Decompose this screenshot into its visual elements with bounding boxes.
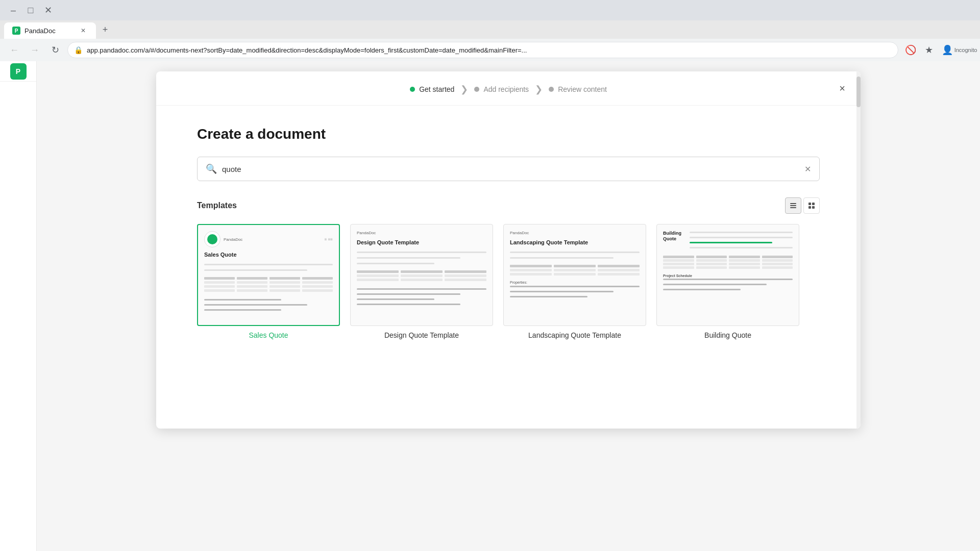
- step-dot-get-started: [410, 87, 415, 92]
- step-dot-review-content: [549, 87, 554, 92]
- template-thumbnail-building-quote: Building Quote: [656, 224, 799, 326]
- sidebar: P: [0, 61, 37, 551]
- template-name-sales-quote: Sales Quote: [249, 331, 288, 339]
- template-thumbnail-landscaping-quote: PandaDoc Landscaping Quote Template: [503, 224, 646, 326]
- template-card-building-quote[interactable]: Building Quote: [656, 224, 799, 339]
- search-bar[interactable]: 🔍 ✕: [197, 157, 820, 181]
- page-content: P Get started ❯ Add recipients: [0, 61, 980, 551]
- modal-title: Create a document: [197, 126, 820, 142]
- address-bar-row: ← → ↻ 🔒 app.pandadoc.com/a/#/documents-n…: [0, 39, 980, 61]
- browser-titlebar: – □ ✕: [0, 0, 980, 20]
- modal-header: Get started ❯ Add recipients ❯ Review co…: [156, 71, 861, 106]
- wizard-step-add-recipients[interactable]: Add recipients: [474, 85, 529, 93]
- svg-rect-2: [790, 207, 796, 208]
- svg-rect-6: [812, 206, 815, 209]
- tab-close-button[interactable]: ✕: [79, 26, 88, 35]
- active-tab[interactable]: P PandaDoc ✕: [4, 22, 96, 39]
- template-card-sales-quote[interactable]: PandaDoc ≡ ≡≡ Sales Quote: [197, 224, 340, 339]
- step-separator-2: ❯: [535, 84, 543, 95]
- list-view-toggle[interactable]: [785, 197, 801, 214]
- view-toggles: [785, 197, 820, 214]
- search-clear-button[interactable]: ✕: [804, 164, 811, 174]
- template-card-design-quote[interactable]: PandaDoc Design Quote Template: [350, 224, 493, 339]
- modal-scrollbar[interactable]: [856, 71, 861, 429]
- template-thumbnail-design-quote: PandaDoc Design Quote Template: [350, 224, 493, 326]
- step-label-review-content: Review content: [558, 85, 607, 93]
- reload-button[interactable]: ↻: [47, 42, 63, 58]
- scrollbar-thumb: [856, 77, 861, 107]
- incognito-button[interactable]: Incognito: [958, 42, 974, 58]
- building-doc-header: Building Quote: [663, 231, 793, 249]
- doc-line-2: [204, 269, 307, 271]
- wizard-step-get-started[interactable]: Get started: [410, 85, 454, 93]
- wizard-steps: Get started ❯ Add recipients ❯ Review co…: [410, 84, 607, 95]
- section-title: Templates: [197, 201, 237, 210]
- pandadoc-logo: P: [10, 63, 27, 80]
- templates-grid: PandaDoc ≡ ≡≡ Sales Quote: [197, 224, 820, 339]
- search-icon: 🔍: [206, 163, 217, 174]
- tab-bar: P PandaDoc ✕ +: [0, 20, 980, 39]
- doc-brand-sales: PandaDoc: [224, 237, 242, 242]
- doc-page-num: ≡ ≡≡: [325, 237, 333, 242]
- svg-rect-5: [808, 206, 811, 209]
- templates-section-header: Templates: [197, 197, 820, 214]
- modal-body: Create a document 🔍 ✕ Templates: [156, 106, 861, 360]
- template-thumbnail-sales-quote: PandaDoc ≡ ≡≡ Sales Quote: [197, 224, 340, 326]
- bookmark-button[interactable]: ★: [921, 42, 937, 58]
- doc-title-landscaping: Landscaping Quote Template: [510, 239, 640, 245]
- step-separator-1: ❯: [460, 84, 468, 95]
- doc-line-1: [204, 264, 333, 265]
- doc-brand-landscaping: PandaDoc: [510, 231, 529, 235]
- doc-table: [204, 277, 333, 292]
- doc-title-sales: Sales Quote: [204, 252, 333, 258]
- doc-brand-design: PandaDoc: [357, 231, 376, 235]
- template-card-landscaping-quote[interactable]: PandaDoc Landscaping Quote Template: [503, 224, 646, 339]
- minimize-button[interactable]: –: [6, 3, 20, 17]
- template-name-landscaping-quote: Landscaping Quote Template: [528, 331, 621, 339]
- toolbar-right: 🚫 ★ 👤 Incognito: [902, 42, 974, 58]
- url-text: app.pandadoc.com/a/#/documents-next?sort…: [87, 46, 892, 54]
- lock-icon: 🔒: [74, 46, 83, 54]
- create-document-modal: Get started ❯ Add recipients ❯ Review co…: [156, 71, 861, 429]
- modal-overlay: Get started ❯ Add recipients ❯ Review co…: [37, 61, 980, 551]
- template-name-building-quote: Building Quote: [704, 331, 751, 339]
- modal-close-button[interactable]: ×: [834, 80, 850, 96]
- svg-rect-1: [790, 205, 796, 206]
- new-tab-button[interactable]: +: [98, 22, 112, 37]
- forward-button[interactable]: →: [27, 42, 43, 58]
- svg-rect-3: [808, 203, 811, 205]
- doc-logo-sales: [204, 231, 220, 247]
- back-button[interactable]: ←: [6, 42, 22, 58]
- doc-title-design: Design Quote Template: [357, 239, 486, 245]
- tab-favicon: P: [12, 27, 20, 35]
- template-name-design-quote: Design Quote Template: [384, 331, 459, 339]
- svg-rect-4: [812, 203, 815, 205]
- search-input[interactable]: [222, 165, 799, 173]
- window-controls: – □ ✕: [6, 3, 55, 17]
- tab-title: PandaDoc: [24, 27, 75, 35]
- address-bar[interactable]: 🔒 app.pandadoc.com/a/#/documents-next?so…: [67, 42, 898, 58]
- step-label-get-started: Get started: [419, 85, 454, 93]
- maximize-button[interactable]: □: [23, 3, 38, 17]
- grid-view-toggle[interactable]: [803, 197, 820, 214]
- step-label-add-recipients: Add recipients: [483, 85, 529, 93]
- step-dot-add-recipients: [474, 87, 479, 92]
- browser-chrome: – □ ✕ P PandaDoc ✕ + ← → ↻ 🔒 app.pandado…: [0, 0, 980, 61]
- no-tracking-icon[interactable]: 🚫: [902, 42, 919, 58]
- profile-button[interactable]: 👤: [939, 42, 955, 58]
- svg-rect-0: [790, 203, 796, 204]
- close-window-button[interactable]: ✕: [41, 3, 55, 17]
- wizard-step-review-content[interactable]: Review content: [549, 85, 607, 93]
